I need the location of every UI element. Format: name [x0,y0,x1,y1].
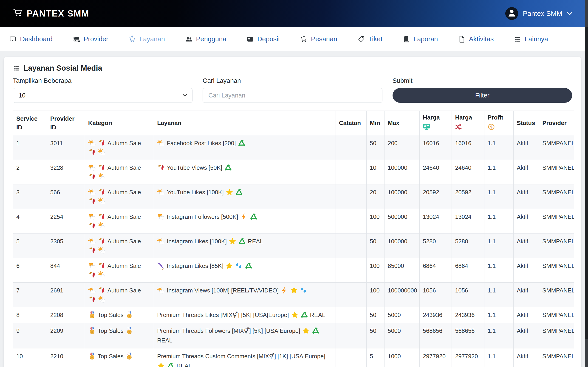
cell-layanan: Premium Threads Followers [MIX⚥] [5K] [U… [154,323,336,348]
cell-catatan [336,307,366,323]
credit-card-icon [246,35,254,43]
cell-layanan: Instagram Followers [500K] [154,209,336,234]
closed-umbrella-icon [157,262,165,270]
menu-item-pesanan[interactable]: Pesanan [300,35,337,43]
cell-max: 200 [384,135,420,160]
cell-max: 5000 [384,307,420,323]
brand[interactable]: PANTEX SMM [13,8,89,19]
user-menu[interactable]: Pantex SMM [505,7,572,20]
cell-layanan: Instagram Likes [100K]REAL [154,234,336,258]
sun-cloud-icon [98,148,106,156]
droplets-icon [300,286,308,294]
cell-profit: 1.1 [484,234,514,258]
services-table: Service IDProvider IDKategoriLayananCata… [13,110,574,367]
cell-catatan [336,323,366,348]
scrollbar-thumb[interactable] [585,27,588,339]
table-row: 72691Autumn SaleInstagram Views [100M] [… [13,283,574,307]
cell-max: 100000 [384,234,420,258]
fallen-leaf-icon [88,296,96,303]
cell-provider-id: 3011 [47,135,85,160]
users-icon [185,35,192,43]
cell-provider-id: 3228 [47,160,85,184]
col-header-profit: Profit$ [484,111,514,135]
cell-status: Aktif [514,323,539,348]
menu-item-label: Pengguna [196,35,226,43]
cell-harga-jual: 2977920 [452,348,484,367]
cell-kategori: Top Sales [85,348,154,367]
cell-service-id: 1 [13,135,47,160]
cell-profit: 1.1 [484,184,514,209]
menu-item-laporan[interactable]: Laporan [403,35,438,43]
cell-text: YouTube Views [50K] [167,163,222,172]
sun-cloud-icon [88,188,96,196]
col-header-service-id: Service ID [13,111,47,135]
avatar [505,7,518,20]
star-icon [157,362,165,367]
filter-button[interactable]: Filter [393,88,572,103]
col-header-max: Max [384,111,420,135]
list-icon [514,35,521,43]
cell-status: Aktif [514,283,539,307]
menu-item-layanan[interactable]: Layanan [129,35,165,43]
cell-text: Instagram Followers [500K] [167,212,238,221]
brand-title: PANTEX SMM [27,8,89,19]
menu-item-aktivitas[interactable]: Aktivitas [458,35,493,43]
recycle-icon [238,237,246,245]
menu-item-deposit[interactable]: Deposit [246,35,280,43]
cell-profit: 1.1 [484,307,514,323]
cell-text: Instagram Likes [85K] [167,261,224,270]
cell-harga-jual: 568656 [452,323,484,348]
list-icon [13,65,20,72]
lightning-icon [240,213,248,221]
cell-service-id: 5 [13,234,47,258]
search-label: Cari Layanan [203,77,382,84]
recycle-icon [245,262,252,270]
cell-provider: SMMPANEL [539,160,574,184]
sun-cloud-icon [157,139,165,147]
medal-icon [88,327,96,335]
sun-cloud-icon [88,237,96,245]
col-header-catatan: Catatan [336,111,366,135]
medal-icon [125,352,133,360]
cell-status: Aktif [514,234,539,258]
submit-label: Submit [393,77,572,84]
page-size-select[interactable]: 10 [13,88,192,103]
fallen-leaf-icon [88,247,96,254]
chevron-down-icon [567,10,572,17]
cell-max: 500000 [384,209,420,234]
menu-item-tiket[interactable]: Tiket [357,35,382,43]
cell-harga-beli: 13024 [419,209,451,234]
cell-status: Aktif [514,307,539,323]
table-row: 23228Autumn SaleYouTube Views [50K]10100… [13,160,574,184]
menu-item-label: Provider [84,35,108,43]
menu-item-label: Deposit [257,35,280,43]
recycle-icon [167,362,174,367]
fallen-leaf-icon [98,188,106,196]
cell-catatan [336,258,366,283]
cell-catatan [336,283,366,307]
cell-harga-jual: 6864 [452,258,484,283]
menu-item-lainnya[interactable]: Lainnya [514,35,548,43]
cell-harga-jual: 20592 [452,184,484,209]
menu-item-pengguna[interactable]: Pengguna [185,35,226,43]
star-icon [225,262,233,270]
dollar-coin-icon: $ [488,123,495,133]
cell-provider: SMMPANEL [539,135,574,160]
cell-text: YouTube Likes [100K] [167,188,224,197]
star-icon [290,286,298,294]
submit-group: Submit Filter [393,77,572,103]
menu-item-provider[interactable]: Provider [73,35,108,43]
person-icon [507,8,517,19]
fallen-leaf-icon [98,139,106,147]
menu-item-label: Dashboard [20,35,52,43]
col-header-provider: Provider [539,111,574,135]
cell-harga-beli: 568656 [419,323,451,348]
cell-min: 50 [367,135,384,160]
cell-max: 5000 [384,323,420,348]
search-input[interactable] [203,88,382,103]
dashboard-icon [9,35,17,43]
cell-harga-beli: 5280 [419,234,451,258]
menu-item-label: Pesanan [311,35,337,43]
menu-item-dashboard[interactable]: Dashboard [9,35,52,43]
cell-max: 100000 [384,184,420,209]
